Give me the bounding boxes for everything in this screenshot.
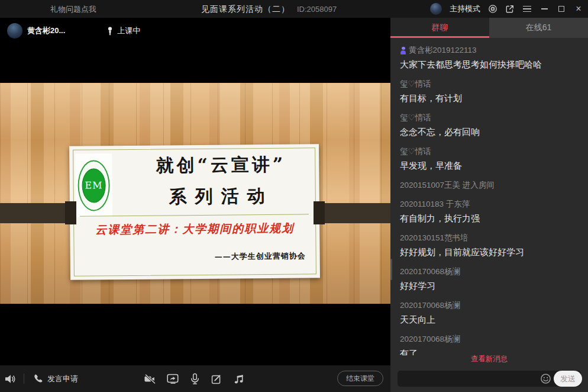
chat-message: 2020170068杨澜天天向上: [400, 300, 580, 326]
send-button[interactable]: 发送: [554, 371, 582, 387]
microphone-button[interactable]: [190, 365, 200, 392]
speaker-icon: [5, 374, 17, 384]
chat-input-bar: 发送: [390, 366, 588, 392]
microphone-icon: [190, 373, 200, 385]
screen-share-icon: [167, 374, 179, 384]
menu-icon[interactable]: [522, 4, 532, 14]
tab-group-chat[interactable]: 群聊: [390, 18, 489, 38]
chat-message-text: 早发现，早准备: [400, 160, 580, 172]
chat-tabs: 群聊 在线61: [390, 18, 588, 38]
banner-ribbon-right: [317, 203, 390, 223]
view-new-messages-link[interactable]: 查看新消息: [390, 354, 588, 364]
chat-message-author: 2020130151范书培: [400, 233, 580, 243]
presenter-person-icon: [400, 47, 406, 54]
chat-message-author: 玺♡情话: [400, 146, 580, 157]
chat-message-text: 大家下去都思考思考如何抉择吧哈哈: [400, 59, 580, 70]
chat-message-text: 有目标，有计划: [400, 92, 580, 104]
edit-button[interactable]: [211, 365, 222, 392]
chat-message: 2020170068杨澜有了: [400, 334, 580, 355]
slide-title: 就创“云宣讲” 系列活动: [127, 152, 315, 210]
settings-icon[interactable]: [488, 4, 497, 14]
titlebar: 礼物问题点我 见面课系列活动（二） ID:2058097 主持模式: [0, 0, 588, 18]
microphone-badge-icon: [106, 27, 114, 36]
chat-message-author: 2020170068杨澜: [400, 266, 580, 277]
chat-message-text: 念念不忘，必有回响: [400, 126, 580, 138]
video-stage: 黄含彬20... 上课中 EM: [0, 18, 390, 365]
presenter-avatar: [7, 23, 22, 38]
slide-subtitle: 云课堂第二讲：大学期间的职业规划: [70, 220, 319, 238]
end-class-button[interactable]: 结束课堂: [337, 371, 383, 386]
logo-text: EM: [85, 179, 102, 191]
chat-message-author: 玺♡情话: [400, 113, 580, 123]
chat-message-author: 2020170068杨澜: [400, 334, 580, 345]
slide-title-line2: 系列活动: [128, 184, 315, 210]
association-logo: EM: [75, 153, 112, 217]
chat-message-text: 有自制力，执行力强: [400, 213, 580, 224]
chat-message-author: 2020110183 于东萍: [400, 199, 580, 210]
logo-seal-core: EM: [82, 168, 106, 203]
banner-clip-right: [314, 201, 325, 224]
screen-share-button[interactable]: [167, 365, 179, 392]
user-avatar[interactable]: [430, 3, 442, 15]
tab-online-users[interactable]: 在线61: [489, 18, 588, 38]
chat-message-author: 2020170068杨澜: [400, 300, 580, 311]
chat-system-message: 2020151007王美 进入房间: [400, 180, 580, 191]
room-id: ID:2058097: [297, 5, 337, 14]
speaker-button[interactable]: [5, 365, 17, 392]
chat-message-text: 好好学习: [400, 280, 580, 292]
phone-icon: [33, 374, 43, 384]
slide-byline: ——大学生创业营销协会: [215, 250, 306, 262]
logo-seal-ring: EM: [77, 160, 110, 211]
chat-message: 2020110183 于东萍有自制力，执行力强: [400, 199, 580, 224]
banner-ribbon-left: [0, 203, 72, 223]
speak-request-button[interactable]: 发言申请: [33, 365, 78, 392]
bottom-toolbar: 发言申请: [0, 365, 390, 392]
speak-request-label: 发言申请: [47, 374, 78, 384]
slide-title-line1: 就创“云宣讲”: [127, 152, 314, 178]
toolbar-divider: [24, 374, 24, 384]
maximize-icon[interactable]: [557, 4, 566, 14]
camera-off-button[interactable]: [144, 365, 157, 392]
chat-message: 玺♡情话念念不忘，必有回响: [400, 113, 580, 138]
chat-panel: 群聊 在线61 黄含彬2019122113大家下去都思考思考如何抉择吧哈哈玺♡情…: [390, 18, 588, 392]
presentation-slide: EM 就创“云宣讲” 系列活动 云课堂第二讲：大学期间的职业规划 ——大学生创业…: [69, 144, 320, 280]
chat-message: 黄含彬2019122113大家下去都思考思考如何抉择吧哈哈: [400, 45, 580, 70]
app-window: 礼物问题点我 见面课系列活动（二） ID:2058097 主持模式: [0, 0, 588, 392]
window-title: 见面课系列活动（二）: [201, 4, 290, 15]
music-icon: [234, 374, 244, 384]
chat-message: 2020170068杨澜好好学习: [400, 266, 580, 292]
minimize-icon[interactable]: [539, 4, 549, 14]
chat-message: 玺♡情话有目标，有计划: [400, 79, 580, 104]
camera-off-icon: [144, 374, 157, 384]
edit-icon: [211, 374, 222, 384]
chat-message-text: 好好规划，目前就应该好好学习: [400, 246, 580, 258]
chat-message: 玺♡情话早发现，早准备: [400, 146, 580, 172]
titlebar-actions: 主持模式 ×: [430, 0, 583, 18]
chat-message-author: 黄含彬2019122113: [400, 45, 580, 56]
chat-scrollbar[interactable]: [390, 259, 392, 280]
live-status-label: 上课中: [117, 25, 140, 36]
chat-message-author: 玺♡情话: [400, 79, 580, 89]
close-icon[interactable]: ×: [574, 4, 583, 14]
emoji-icon[interactable]: [540, 373, 551, 384]
host-mode-label[interactable]: 主持模式: [450, 4, 480, 14]
chat-messages: 黄含彬2019122113大家下去都思考思考如何抉择吧哈哈玺♡情话有目标，有计划…: [390, 38, 588, 355]
popout-icon[interactable]: [505, 4, 515, 14]
chat-message: 2020130151范书培好好规划，目前就应该好好学习: [400, 233, 580, 258]
banner-clip-left: [65, 201, 76, 224]
stage-header: 黄含彬20... 上课中: [7, 23, 140, 39]
presenter-name: 黄含彬20...: [27, 25, 65, 36]
live-status: 上课中: [106, 25, 140, 36]
chat-message-text: 天天向上: [400, 314, 580, 326]
gift-question-link[interactable]: 礼物问题点我: [50, 4, 96, 15]
music-button[interactable]: [234, 365, 244, 392]
wood-backdrop: EM 就创“云宣讲” 系列活动 云课堂第二讲：大学期间的职业规划 ——大学生创业…: [0, 83, 390, 304]
